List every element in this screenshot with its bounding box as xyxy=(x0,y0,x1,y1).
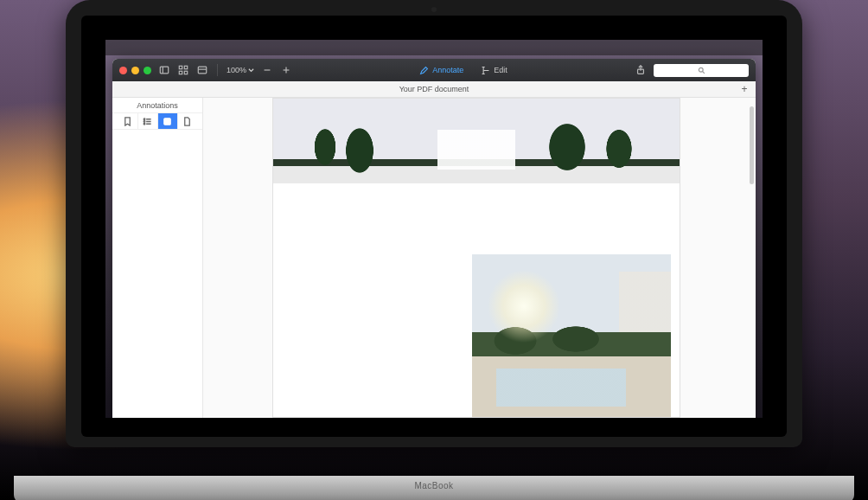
pdf-app-window: 100% Annotate xyxy=(112,59,756,418)
sidebar-tab-annotations[interactable] xyxy=(158,113,178,129)
svg-rect-6 xyxy=(198,67,206,74)
window-toolbar: 100% Annotate xyxy=(112,59,756,81)
pdf-page xyxy=(272,98,680,418)
mode-edit-button[interactable]: Edit xyxy=(481,66,507,75)
svg-point-20 xyxy=(144,120,145,122)
page-image-bottom xyxy=(472,254,671,417)
page-image-top xyxy=(273,99,680,183)
mode-edit-label: Edit xyxy=(494,66,507,74)
view-grid-button[interactable] xyxy=(177,64,189,76)
page-icon xyxy=(182,117,192,126)
sidebar-tab-strip xyxy=(112,112,202,130)
bookmark-icon xyxy=(123,117,132,126)
window-traffic-lights xyxy=(119,67,151,74)
search-field[interactable] xyxy=(654,64,749,77)
zoom-control[interactable]: 100% xyxy=(227,66,254,74)
list-icon xyxy=(143,117,152,126)
svg-point-16 xyxy=(699,67,703,72)
add-tab-button[interactable]: + xyxy=(738,83,750,95)
sidebar-panel: Annotations xyxy=(112,98,203,418)
zoom-out-button[interactable] xyxy=(261,64,273,76)
window-fullscreen-button[interactable] xyxy=(144,67,151,74)
view-layout-button[interactable] xyxy=(196,64,208,76)
document-tab-bar: Your PDF document + xyxy=(112,81,756,98)
window-minimize-button[interactable] xyxy=(131,67,139,74)
macbook-device-frame: 100% Annotate xyxy=(66,0,802,476)
search-icon xyxy=(698,67,705,74)
vertical-scrollbar-thumb[interactable] xyxy=(750,106,754,184)
camera-dot xyxy=(431,7,437,12)
sidebar-tab-outline[interactable] xyxy=(138,113,158,129)
sidebar-toggle-button[interactable] xyxy=(158,64,170,76)
document-tab-title[interactable]: Your PDF document xyxy=(399,85,469,93)
document-viewport[interactable] xyxy=(203,98,756,418)
annotation-icon xyxy=(163,117,172,126)
svg-rect-2 xyxy=(179,66,182,68)
svg-rect-3 xyxy=(184,66,187,68)
mode-annotate-button[interactable]: Annotate xyxy=(419,66,463,75)
zoom-in-button[interactable] xyxy=(280,64,292,76)
window-close-button[interactable] xyxy=(119,67,127,74)
svg-rect-24 xyxy=(164,118,170,124)
svg-rect-4 xyxy=(179,71,182,74)
svg-rect-0 xyxy=(160,67,168,74)
mode-annotate-label: Annotate xyxy=(432,66,463,74)
zoom-level-label: 100% xyxy=(227,66,246,74)
svg-point-18 xyxy=(144,118,145,119)
sidebar-tab-bookmarks[interactable] xyxy=(118,113,138,129)
sidebar-tab-thumbnails[interactable] xyxy=(178,113,197,129)
svg-rect-5 xyxy=(184,71,187,74)
svg-line-17 xyxy=(702,71,704,73)
sidebar-title: Annotations xyxy=(112,98,202,112)
share-button[interactable] xyxy=(635,64,647,76)
svg-point-22 xyxy=(144,123,145,125)
